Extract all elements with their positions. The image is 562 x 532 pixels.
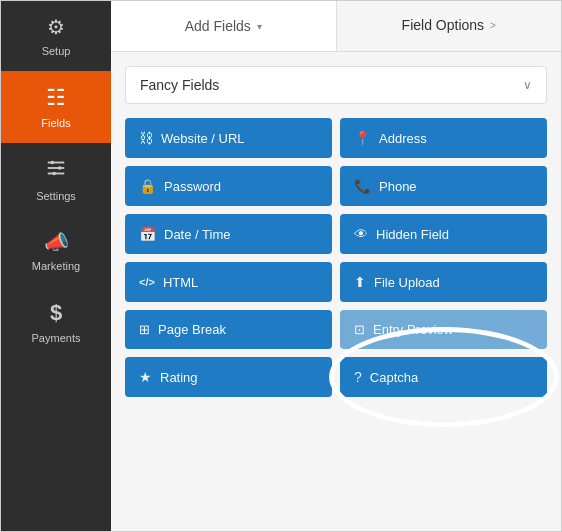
phone-button[interactable]: 📞 Phone bbox=[340, 166, 547, 206]
phone-icon: 📞 bbox=[354, 178, 371, 194]
svg-point-3 bbox=[51, 161, 55, 165]
captcha-button[interactable]: ? Captcha bbox=[340, 357, 547, 397]
field-label: Phone bbox=[379, 179, 417, 194]
tab-field-options[interactable]: Field Options > bbox=[337, 1, 562, 51]
upload-icon: ⬆ bbox=[354, 274, 366, 290]
field-label: Captcha bbox=[370, 370, 418, 385]
fancy-fields-dropdown[interactable]: Fancy Fields ∨ bbox=[125, 66, 547, 104]
field-label: Entry Preview bbox=[373, 322, 453, 337]
marketing-icon: 📣 bbox=[44, 230, 69, 254]
field-label: Password bbox=[164, 179, 221, 194]
pin-icon: 📍 bbox=[354, 130, 371, 146]
chevron-down-icon: ▾ bbox=[257, 21, 262, 32]
settings-icon bbox=[45, 157, 67, 184]
page-break-button[interactable]: ⊞ Page Break bbox=[125, 310, 332, 349]
field-label: Hidden Field bbox=[376, 227, 449, 242]
sidebar: ⚙ Setup ☷ Fields Settings 📣 Marketi bbox=[1, 1, 111, 531]
captcha-icon: ? bbox=[354, 369, 362, 385]
entry-preview-button[interactable]: ⊡ Entry Preview bbox=[340, 310, 547, 349]
sidebar-item-setup[interactable]: ⚙ Setup bbox=[1, 1, 111, 71]
lock-icon: 🔒 bbox=[139, 178, 156, 194]
payments-icon: $ bbox=[50, 300, 62, 326]
field-label: Page Break bbox=[158, 322, 226, 337]
rating-captcha-row: ★ Rating ? Captcha bbox=[125, 357, 547, 397]
address-button[interactable]: 📍 Address bbox=[340, 118, 547, 158]
chevron-down-icon: ∨ bbox=[523, 78, 532, 92]
entry-icon: ⊡ bbox=[354, 322, 365, 337]
hidden-field-button[interactable]: 👁 Hidden Field bbox=[340, 214, 547, 254]
tab-add-fields[interactable]: Add Fields ▾ bbox=[111, 1, 337, 51]
sidebar-item-label: Payments bbox=[32, 332, 81, 344]
code-icon: </> bbox=[139, 276, 155, 288]
sidebar-item-label: Marketing bbox=[32, 260, 80, 272]
eye-icon: 👁 bbox=[354, 226, 368, 242]
fields-grid: ⛓ Website / URL 📍 Address 🔒 Password 📞 P… bbox=[125, 118, 547, 302]
star-icon: ★ bbox=[139, 369, 152, 385]
tab-add-fields-label: Add Fields bbox=[185, 18, 251, 34]
field-label: Address bbox=[379, 131, 427, 146]
sidebar-item-payments[interactable]: $ Payments bbox=[1, 286, 111, 358]
svg-point-4 bbox=[58, 166, 62, 170]
password-button[interactable]: 🔒 Password bbox=[125, 166, 332, 206]
field-label: Website / URL bbox=[161, 131, 245, 146]
date-time-button[interactable]: 📅 Date / Time bbox=[125, 214, 332, 254]
rating-button[interactable]: ★ Rating bbox=[125, 357, 332, 397]
sidebar-item-label: Fields bbox=[41, 117, 70, 129]
link-icon: ⛓ bbox=[139, 130, 153, 146]
website-url-button[interactable]: ⛓ Website / URL bbox=[125, 118, 332, 158]
fields-icon: ☷ bbox=[46, 85, 66, 111]
sidebar-item-label: Settings bbox=[36, 190, 76, 202]
sidebar-item-fields[interactable]: ☷ Fields bbox=[1, 71, 111, 143]
file-upload-button[interactable]: ⬆ File Upload bbox=[340, 262, 547, 302]
field-label: Date / Time bbox=[164, 227, 230, 242]
tab-field-options-label: Field Options bbox=[402, 17, 484, 33]
captcha-wrapper: ? Captcha bbox=[340, 357, 547, 397]
sidebar-item-marketing[interactable]: 📣 Marketing bbox=[1, 216, 111, 286]
dropdown-label: Fancy Fields bbox=[140, 77, 219, 93]
tab-bar: Add Fields ▾ Field Options > bbox=[111, 1, 561, 52]
gear-icon: ⚙ bbox=[47, 15, 65, 39]
field-label: HTML bbox=[163, 275, 198, 290]
field-label: Rating bbox=[160, 370, 198, 385]
fields-area: Fancy Fields ∨ ⛓ Website / URL 📍 Address… bbox=[111, 52, 561, 531]
sidebar-item-label: Setup bbox=[42, 45, 71, 57]
main-content: Add Fields ▾ Field Options > Fancy Field… bbox=[111, 1, 561, 531]
chevron-right-icon: > bbox=[490, 20, 496, 31]
page-break-row: ⊞ Page Break ⊡ Entry Preview bbox=[125, 310, 547, 349]
html-button[interactable]: </> HTML bbox=[125, 262, 332, 302]
svg-point-5 bbox=[52, 172, 56, 176]
field-label: File Upload bbox=[374, 275, 440, 290]
page-break-icon: ⊞ bbox=[139, 322, 150, 337]
calendar-icon: 📅 bbox=[139, 226, 156, 242]
bottom-rows: ⊞ Page Break ⊡ Entry Preview ★ Rating bbox=[125, 310, 547, 397]
sidebar-item-settings[interactable]: Settings bbox=[1, 143, 111, 216]
